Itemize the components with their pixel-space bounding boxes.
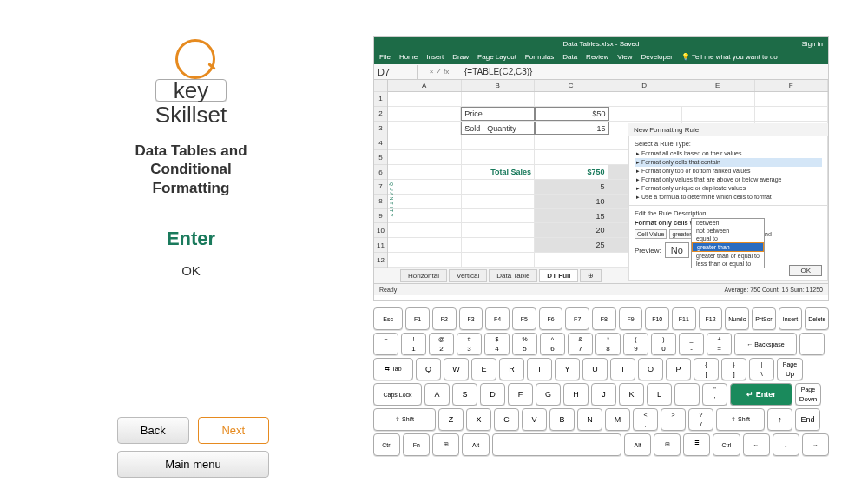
key-alt[interactable]: Alt — [462, 433, 489, 456]
key-[interactable]: ↓ — [773, 433, 799, 456]
key-capslock[interactable]: Caps Lock — [373, 383, 422, 406]
key-[interactable]: ?/ — [688, 408, 713, 431]
key-3[interactable]: #3 — [457, 333, 482, 355]
key-f8[interactable]: F8 — [592, 307, 616, 330]
sheet-dtfull[interactable]: DT Full — [539, 269, 578, 282]
signin-link[interactable]: Sign in — [802, 40, 823, 48]
condition-field-select[interactable]: Cell Value — [635, 229, 667, 239]
key-i[interactable]: I — [610, 358, 635, 380]
tab-pagelayout[interactable]: Page Layout — [477, 53, 516, 61]
key-1[interactable]: !1 — [401, 333, 426, 355]
formula-bar[interactable]: {=TABLE(C2,C3)} — [461, 65, 828, 78]
key-[interactable]: :; — [674, 383, 700, 406]
key-m[interactable]: M — [605, 408, 630, 431]
back-button[interactable]: Back — [117, 417, 189, 444]
key-z[interactable]: Z — [438, 408, 464, 431]
tab-data[interactable]: Data — [562, 53, 577, 61]
key-f7[interactable]: F7 — [565, 307, 589, 330]
key-h[interactable]: H — [563, 383, 589, 406]
key-b[interactable]: B — [549, 408, 575, 431]
key-f2[interactable]: F2 — [432, 307, 457, 330]
key-ctrl[interactable]: Ctrl — [373, 433, 400, 456]
key-[interactable]: >. — [661, 408, 686, 431]
key-f12[interactable]: F12 — [699, 307, 723, 330]
key-a[interactable]: A — [424, 383, 450, 406]
key-f3[interactable]: F3 — [459, 307, 483, 330]
key-q[interactable]: Q — [416, 358, 441, 380]
key-v[interactable]: V — [522, 408, 547, 431]
key-9[interactable]: (9 — [623, 333, 648, 355]
key-[interactable]: ← — [743, 433, 770, 456]
key-n[interactable]: N — [577, 408, 602, 431]
key-f4[interactable]: F4 — [485, 307, 510, 330]
key-f9[interactable]: F9 — [619, 307, 643, 330]
dialog-ok-button[interactable]: OK — [789, 265, 822, 276]
key-[interactable]: ↑ — [767, 408, 792, 431]
key-enter[interactable]: ↵ Enter — [730, 383, 792, 406]
key-r[interactable]: R — [499, 358, 524, 380]
key-p[interactable]: P — [666, 358, 691, 380]
key-backspase[interactable]: ← Backspase — [734, 333, 797, 355]
tellme[interactable]: 💡 Tell me what you want to do — [681, 53, 778, 61]
key-6[interactable]: ^6 — [540, 333, 565, 355]
name-box[interactable]: D7 — [374, 65, 418, 79]
key-f6[interactable]: F6 — [539, 307, 563, 330]
key-l[interactable]: L — [647, 383, 672, 406]
key-8[interactable]: *8 — [595, 333, 621, 355]
key-delete[interactable]: Delete — [805, 307, 829, 330]
key-fn[interactable]: Fn — [403, 433, 430, 456]
key-u[interactable]: U — [582, 358, 608, 380]
formula-icons[interactable]: × ✓ fx — [418, 68, 461, 76]
key-e[interactable]: E — [471, 358, 496, 380]
key-k[interactable]: K — [619, 383, 644, 406]
next-button[interactable]: Next — [198, 417, 270, 444]
tab-formulas[interactable]: Formulas — [525, 53, 554, 61]
key-tab[interactable]: ⇆ Tab — [373, 358, 413, 380]
key-y[interactable]: Y — [555, 358, 580, 380]
key-[interactable]: ~` — [373, 333, 398, 355]
tab-draw[interactable]: Draw — [452, 53, 469, 61]
key-f[interactable]: F — [508, 383, 533, 406]
key-[interactable]: _- — [679, 333, 704, 355]
key-[interactable]: "' — [702, 383, 727, 406]
tab-view[interactable]: View — [617, 53, 632, 61]
key-5[interactable]: %5 — [512, 333, 537, 355]
key-g[interactable]: G — [536, 383, 561, 406]
key-[interactable]: ≣ — [683, 433, 710, 456]
sheet-vertical[interactable]: Vertical — [449, 269, 487, 282]
key-o[interactable]: O — [638, 358, 663, 380]
key-f11[interactable]: F11 — [672, 307, 696, 330]
key-t[interactable]: T — [527, 358, 552, 380]
key-0[interactable]: )0 — [651, 333, 676, 355]
key-prtscr[interactable]: PrtScr — [752, 307, 776, 330]
key-w[interactable]: W — [444, 358, 469, 380]
key-shift[interactable]: ⇧ Shift — [373, 408, 436, 431]
key-[interactable]: → — [802, 433, 829, 456]
key-f1[interactable]: F1 — [405, 307, 430, 330]
key-4[interactable]: $4 — [484, 333, 510, 355]
sheet-datatable[interactable]: Data Table — [489, 269, 537, 282]
key-f5[interactable]: F5 — [512, 307, 536, 330]
key-blank[interactable] — [799, 333, 825, 355]
key-s[interactable]: S — [452, 383, 477, 406]
tab-file[interactable]: File — [379, 53, 391, 61]
tab-insert[interactable]: Insert — [426, 53, 444, 61]
tab-developer[interactable]: Developer — [641, 53, 673, 61]
key-[interactable]: += — [707, 333, 732, 355]
main-menu-button[interactable]: Main menu — [117, 451, 269, 478]
key-numlc[interactable]: Numlc — [725, 307, 749, 330]
key-[interactable]: ⊞ — [654, 433, 681, 456]
key-pageup[interactable]: PageUp — [777, 358, 803, 380]
key-c[interactable]: C — [494, 408, 519, 431]
key-esc[interactable]: Esc — [373, 307, 403, 330]
key-d[interactable]: D — [480, 383, 505, 406]
add-sheet-icon[interactable]: ⊕ — [580, 269, 602, 282]
key-[interactable]: <, — [633, 408, 658, 431]
rule-type-list[interactable]: ▸ Format all cells based on their values… — [635, 149, 822, 202]
key-end[interactable]: End — [795, 408, 820, 431]
key-pagedown[interactable]: PageDown — [795, 383, 821, 406]
key-shift[interactable]: ⇧ Shift — [716, 408, 765, 431]
key-j[interactable]: J — [591, 383, 616, 406]
key-[interactable]: {[ — [694, 358, 719, 380]
key-ctrl[interactable]: Ctrl — [713, 433, 740, 456]
